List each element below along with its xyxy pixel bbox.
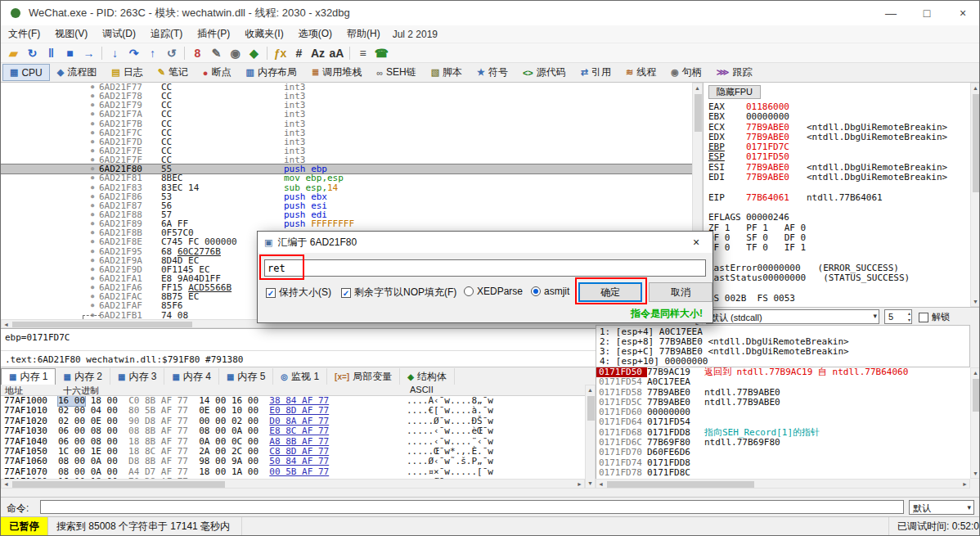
nop-fill-checkbox[interactable]: ✓ 剩余字节以NOP填充(F) xyxy=(341,286,456,300)
register-row[interactable] xyxy=(708,182,970,192)
tab-watch1[interactable]: ◎监视 1 xyxy=(273,368,327,385)
tab-graph[interactable]: ◈流程图 xyxy=(50,64,104,81)
asmjit-radio[interactable]: asmjit xyxy=(531,286,569,297)
register-row[interactable]: EIP77B64061ntdll.77B64061 xyxy=(708,193,970,203)
menu-item[interactable]: 文件(F) xyxy=(1,26,47,41)
run-icon[interactable]: → xyxy=(79,44,98,62)
register-row[interactable]: LastStatus00000000(STATUS_SUCCESS) xyxy=(708,273,970,283)
tab-dump1[interactable]: ▦内存 1 xyxy=(1,368,56,385)
assemble-instruction-input[interactable] xyxy=(264,259,706,277)
register-row[interactable]: EFLAGS00000246 xyxy=(708,213,970,223)
stack-row[interactable]: 0171FD54A0C17EEA xyxy=(596,377,970,387)
dialog-close-icon[interactable]: × xyxy=(680,232,713,253)
cancel-button[interactable]: 取消 xyxy=(649,282,713,302)
tab-handles[interactable]: ◉句柄 xyxy=(663,64,709,81)
arguments-panel[interactable]: 1: [esp+4] A0C17EEA2: [esp+8] 77B9ABE0 <… xyxy=(596,325,970,367)
settings-icon[interactable]: ≡ xyxy=(353,44,372,62)
tab-log[interactable]: ▤日志 xyxy=(104,64,150,81)
instruction-dot-icon: ● xyxy=(86,247,99,256)
register-row[interactable] xyxy=(708,283,970,293)
close-button[interactable]: × xyxy=(945,7,980,20)
stack-vscrollbar[interactable]: ▲▼ xyxy=(970,367,980,479)
command-scope-select[interactable]: 默认 ▾ xyxy=(909,500,974,515)
restart-icon[interactable]: ↻ xyxy=(23,44,42,62)
tab-references[interactable]: ⇄引用 xyxy=(573,64,618,81)
instruction-dot-icon: ● xyxy=(86,92,99,101)
step-over-icon[interactable]: ↷ xyxy=(124,44,143,62)
dump-vscrollbar[interactable]: ▲▼ xyxy=(585,385,596,489)
tab-dump4[interactable]: ▦内存 4 xyxy=(164,368,218,385)
tab-source[interactable]: <>源代码 xyxy=(515,64,573,81)
pause-icon[interactable]: ‖ xyxy=(42,44,61,62)
menu-item[interactable]: 收藏夹(I) xyxy=(237,26,290,41)
tab-seh[interactable]: ∞SEH链 xyxy=(369,64,424,81)
tab-memory-map[interactable]: ▥内存布局 xyxy=(239,64,304,81)
tab-call-stack[interactable]: ≣调用堆栈 xyxy=(304,64,369,81)
keep-size-checkbox[interactable]: ✓ 保持大小(S) xyxy=(266,286,331,300)
instruction-dot-icon: ● xyxy=(86,201,99,210)
fx-icon[interactable]: ƒx xyxy=(271,44,290,62)
syringe-icon[interactable]: ✎ xyxy=(207,44,226,62)
menu-item[interactable]: 视图(V) xyxy=(47,26,95,41)
dump-hscrollbar[interactable]: ◄► xyxy=(1,479,585,489)
registers-vscrollbar[interactable]: ▲▼ xyxy=(970,83,980,307)
registers-panel[interactable]: 隐藏FPU EAX01186000EBX00000000ECX77B9ABE0<… xyxy=(703,83,970,307)
unlock-checkbox[interactable]: 解锁 xyxy=(919,311,950,323)
memory-dump-view[interactable]: 地址 十六进制 ASCII 77AF100016 00 18 00 C0 8B … xyxy=(1,385,585,479)
tab-dump5[interactable]: ▦内存 5 xyxy=(219,368,273,385)
register-row[interactable]: ZF 1 PF 1 AF 0 xyxy=(708,223,970,233)
scylla-icon[interactable]: 8 xyxy=(188,44,207,62)
menu-item[interactable]: 选项(O) xyxy=(291,26,339,41)
step-into-icon[interactable]: ↓ xyxy=(106,44,124,62)
register-row[interactable]: EDI77B9ABE0<ntdll.DbgUiRemoteBreakin> xyxy=(708,173,970,182)
menu-item[interactable]: 帮助(H) xyxy=(339,26,388,41)
argument-row[interactable]: 4: [esp+10] 00000000 xyxy=(600,357,969,367)
command-input[interactable] xyxy=(40,500,904,514)
stop-icon[interactable]: ■ xyxy=(61,44,79,62)
tab-threads[interactable]: ≋线程 xyxy=(618,64,663,81)
az-icon[interactable]: Az xyxy=(308,44,327,62)
hash-icon[interactable]: # xyxy=(290,44,308,62)
register-row[interactable]: CF 0 TF 0 IF 1 xyxy=(708,243,970,253)
stack-hscrollbar[interactable]: ◄► xyxy=(596,479,970,489)
register-row[interactable]: GS 002B FS 0053 xyxy=(708,294,970,304)
tab-cpu[interactable]: ▦CPU xyxy=(2,64,50,81)
disasm-row[interactable]: ●6AD21F7ACCint3 xyxy=(1,110,692,119)
calling-convention-select[interactable]: 默认 (stdcall) ▾ xyxy=(706,309,879,324)
register-row[interactable]: EBX00000000 xyxy=(708,112,970,122)
execute-till-return-icon[interactable]: ↑ xyxy=(143,44,162,62)
minimize-button[interactable]: — xyxy=(873,7,909,20)
dialog-title-bar[interactable]: ▣ 汇编于 6AD21F80 × xyxy=(258,232,713,253)
xedparse-radio[interactable]: XEDParse xyxy=(464,286,523,297)
stack-row[interactable]: 0171FD640171FD54 xyxy=(596,417,970,427)
shield-icon[interactable]: ◆ xyxy=(245,44,263,62)
hide-fpu-button[interactable]: 隐藏FPU xyxy=(708,85,761,99)
tab-trace[interactable]: ⋙跟踪 xyxy=(709,64,760,81)
phone-icon[interactable]: ☎ xyxy=(372,44,391,62)
case-icon[interactable]: aA xyxy=(327,44,346,62)
tab-notes[interactable]: ✎笔记 xyxy=(151,64,196,81)
status-paused-badge: 已暂停 xyxy=(1,517,48,536)
menu-item[interactable]: 插件(P) xyxy=(190,26,237,41)
tab-dump2[interactable]: ▦内存 2 xyxy=(56,368,110,385)
stack-view[interactable]: 0171FD5077B9AC19返回到 ntdll.77B9AC19 自 ntd… xyxy=(596,367,970,489)
menu-item[interactable]: 追踪(T) xyxy=(143,26,190,41)
tab-struct[interactable]: ◈结构体 xyxy=(400,368,455,385)
arg-count-stepper[interactable]: 5 ▴▾ xyxy=(884,309,912,324)
tab-script[interactable]: ▧脚本 xyxy=(424,64,470,81)
menu-item[interactable]: 调试(D) xyxy=(95,26,143,41)
disc-icon[interactable]: ◉ xyxy=(226,44,245,62)
register-row[interactable] xyxy=(708,253,970,263)
dump4-tab-icon: ▦ xyxy=(172,372,179,381)
tab-locals[interactable]: [x=]局部变量 xyxy=(327,368,400,385)
stack-row[interactable]: 0171FD70D60FE6D6 xyxy=(596,448,970,457)
step-back-icon[interactable]: ↺ xyxy=(162,44,181,62)
tab-dump3[interactable]: ▦内存 3 xyxy=(110,368,164,385)
disasm-row[interactable]: ●6AD21F818BECmov ebp,esp xyxy=(1,173,692,182)
maximize-button[interactable]: □ xyxy=(909,7,945,20)
tab-breakpoints[interactable]: ●断点 xyxy=(196,64,239,81)
tab-label: 句柄 xyxy=(682,65,702,79)
open-file-icon[interactable]: ▰ xyxy=(4,44,23,62)
register-row[interactable]: ESP0171FD50 xyxy=(708,152,970,162)
tab-symbols[interactable]: ★符号 xyxy=(470,64,515,81)
